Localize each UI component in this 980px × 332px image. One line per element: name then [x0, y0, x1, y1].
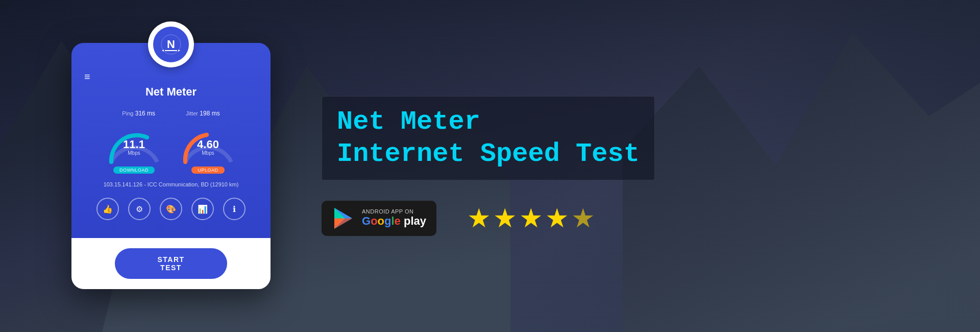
main-title: Net Meter Internet Speed Test — [337, 106, 640, 170]
jitter-label: Jitter — [186, 110, 198, 116]
download-label: DOWNLOAD — [113, 167, 155, 174]
like-button[interactable]: 👍 — [96, 198, 119, 220]
star-half: ★ — [571, 203, 595, 233]
google-space: play — [404, 215, 426, 227]
settings-button[interactable]: ⚙ — [128, 198, 151, 220]
upload-unit: Mbps — [197, 150, 219, 155]
stats-row: Ping 316 ms Jitter 198 ms — [84, 110, 258, 117]
upload-gauge-svg: 4.60 Mbps — [178, 126, 239, 164]
google-g: G — [362, 215, 371, 227]
title-line1: Net Meter — [337, 106, 640, 138]
phone-blue-section: ≡ Net Meter Ping 316 ms Jitter 198 ms — [71, 43, 271, 238]
phone-app-name: Net Meter — [84, 85, 258, 99]
start-test-button[interactable]: START TEST — [115, 248, 227, 279]
content-wrapper: N ≡ Net Meter Ping 316 ms — [0, 0, 980, 332]
google-e: e — [395, 215, 401, 227]
svg-text:N: N — [167, 38, 175, 51]
upload-gauge: 4.60 Mbps UPLOAD — [178, 126, 239, 174]
menu-icon[interactable]: ≡ — [84, 71, 258, 83]
download-speed: 11.1 — [123, 138, 145, 150]
right-section: Net Meter Internet Speed Test — [271, 96, 939, 236]
phone-mockup: ≡ Net Meter Ping 316 ms Jitter 198 ms — [71, 43, 271, 289]
star-1: ★ — [467, 203, 491, 233]
google-play-text: ANDROID APP ON Google play — [362, 208, 426, 228]
download-value-display: 11.1 Mbps — [123, 138, 145, 155]
google-o2: o — [378, 215, 384, 227]
gauges-row: 11.1 Mbps DOWNLOAD — [84, 126, 258, 174]
jitter-value: 198 ms — [200, 110, 219, 117]
upload-label: UPLOAD — [191, 167, 224, 174]
ping-value: 316 ms — [135, 110, 155, 117]
ping-label: Ping — [122, 110, 133, 116]
phone-container: N ≡ Net Meter Ping 316 ms — [71, 43, 271, 289]
phone-white-section: START TEST — [71, 238, 271, 289]
title-line2: Internet Speed Test — [337, 138, 640, 170]
stats-button[interactable]: 📊 — [191, 198, 214, 220]
upload-value-display: 4.60 Mbps — [197, 138, 219, 155]
app-logo: N — [148, 21, 194, 67]
bottom-row: ANDROID APP ON Google play ★ ★ ★ ★ ★ — [322, 201, 595, 236]
server-info: 103.15.141.126 - ICC Communication, BD (… — [84, 181, 258, 187]
google-o1: o — [371, 215, 377, 227]
star-4: ★ — [545, 203, 569, 233]
ping-stat: Ping 316 ms — [122, 110, 155, 117]
star-3: ★ — [519, 203, 543, 233]
title-box: Net Meter Internet Speed Test — [322, 96, 655, 180]
stars-container: ★ ★ ★ ★ ★ — [467, 203, 595, 233]
info-button[interactable]: ℹ — [223, 198, 246, 220]
play-store-icon — [332, 207, 355, 230]
theme-button[interactable]: 🎨 — [160, 198, 182, 220]
upload-speed: 4.60 — [197, 138, 219, 150]
jitter-stat: Jitter 198 ms — [186, 110, 220, 117]
android-label: ANDROID APP ON — [362, 208, 426, 215]
download-unit: Mbps — [123, 150, 145, 155]
logo-icon: N — [153, 27, 189, 62]
google-g2: g — [384, 215, 391, 227]
google-play-badge[interactable]: ANDROID APP ON Google play — [322, 201, 436, 236]
star-2: ★ — [493, 203, 517, 233]
download-gauge: 11.1 Mbps DOWNLOAD — [104, 126, 165, 174]
google-play-name: Google play — [362, 215, 426, 228]
action-icons-row: 👍 ⚙ 🎨 📊 ℹ — [84, 198, 258, 220]
download-gauge-svg: 11.1 Mbps — [104, 126, 165, 164]
